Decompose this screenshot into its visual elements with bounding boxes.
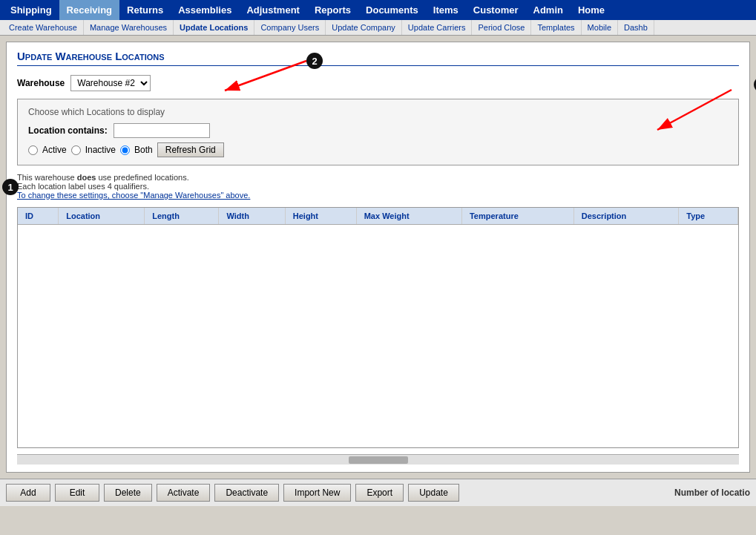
info-text: This warehouse does use predefined locat…	[17, 173, 739, 200]
location-contains-input[interactable]	[114, 123, 210, 138]
nav-adjustment[interactable]: Adjustment	[239, 0, 307, 20]
annotation-2: 2	[306, 53, 323, 69]
col-location: Location	[59, 208, 145, 225]
warehouse-select[interactable]: Warehouse #2	[70, 75, 151, 91]
radio-active[interactable]	[28, 145, 38, 155]
top-nav: Shipping Receiving Returns Assemblies Ad…	[0, 0, 756, 20]
warehouse-row: Warehouse Warehouse #2 2	[17, 75, 739, 91]
subnav-update-carriers[interactable]: Update Carriers	[402, 20, 473, 35]
subnav-create-warehouse[interactable]: Create Warehouse	[3, 20, 84, 35]
radio-inactive[interactable]	[71, 145, 81, 155]
edit-button[interactable]: Edit	[55, 484, 99, 502]
manage-warehouses-link[interactable]: To change these settings, choose "Manage…	[17, 191, 250, 200]
nav-customer[interactable]: Customer	[466, 0, 526, 20]
col-temperature: Temperature	[461, 208, 573, 225]
subnav-update-locations[interactable]: Update Locations	[174, 20, 254, 35]
nav-receiving[interactable]: Receiving	[59, 0, 119, 20]
col-maxweight: Max Weight	[356, 208, 461, 225]
subnav-update-company[interactable]: Update Company	[326, 20, 402, 35]
grid-header-row: ID Location Length Width Height Max Weig…	[18, 208, 738, 225]
num-locations-label: Number of locatio	[674, 488, 750, 498]
radio-inactive-label: Inactive	[85, 145, 116, 155]
radio-active-label: Active	[42, 145, 67, 155]
grid-container: ID Location Length Width Height Max Weig…	[17, 207, 739, 448]
subnav-manage-warehouses[interactable]: Manage Warehouses	[84, 20, 174, 35]
filter-box: Choose which Locations to display Locati…	[17, 99, 739, 165]
annotation-1: 1	[2, 179, 19, 195]
page-title: Update Warehouse Locations	[17, 50, 739, 66]
nav-items[interactable]: Items	[426, 0, 466, 20]
main-content: Update Warehouse Locations Warehouse War…	[6, 42, 750, 473]
col-type: Type	[679, 208, 738, 225]
nav-shipping[interactable]: Shipping	[3, 0, 59, 20]
col-height: Height	[285, 208, 356, 225]
add-button[interactable]: Add	[6, 484, 50, 502]
filter-row: Location contains:	[28, 123, 728, 138]
export-button[interactable]: Export	[355, 484, 404, 502]
location-contains-label: Location contains:	[28, 125, 108, 136]
subnav-period-close[interactable]: Period Close	[472, 20, 531, 35]
subnav-dashb[interactable]: Dashb	[618, 20, 654, 35]
nav-returns[interactable]: Returns	[119, 0, 171, 20]
nav-documents[interactable]: Documents	[358, 0, 426, 20]
subnav-mobile[interactable]: Mobile	[582, 20, 618, 35]
update-button[interactable]: Update	[408, 484, 459, 502]
bottom-toolbar: Add Edit Delete Activate Deactivate Impo…	[0, 479, 756, 506]
grid-empty-row	[18, 225, 738, 447]
subnav-company-users[interactable]: Company Users	[254, 20, 326, 35]
radio-both[interactable]	[120, 145, 130, 155]
nav-assemblies[interactable]: Assemblies	[171, 0, 239, 20]
radio-row: Active Inactive Both Refresh Grid	[28, 142, 728, 157]
deactivate-button[interactable]: Deactivate	[214, 484, 279, 502]
horizontal-scrollbar[interactable]	[17, 454, 739, 465]
nav-reports[interactable]: Reports	[307, 0, 358, 20]
col-length: Length	[145, 208, 219, 225]
nav-home[interactable]: Home	[571, 0, 612, 20]
scrollbar-thumb[interactable]	[349, 456, 408, 464]
activate-button[interactable]: Activate	[157, 484, 211, 502]
delete-button[interactable]: Delete	[104, 484, 152, 502]
sub-nav: Create Warehouse Manage Warehouses Updat…	[0, 20, 756, 36]
info-line3: To change these settings, choose "Manage…	[17, 191, 739, 200]
radio-both-label: Both	[134, 145, 153, 155]
filter-title: Choose which Locations to display	[28, 107, 728, 117]
col-id: ID	[18, 208, 59, 225]
info-line1: This warehouse does use predefined locat…	[17, 173, 739, 182]
col-description: Description	[573, 208, 679, 225]
data-grid: ID Location Length Width Height Max Weig…	[18, 208, 738, 447]
info-line2: Each location label uses 4 qualifiers.	[17, 182, 739, 191]
nav-admin[interactable]: Admin	[526, 0, 571, 20]
col-width: Width	[219, 208, 285, 225]
warehouse-label: Warehouse	[17, 78, 65, 88]
subnav-templates[interactable]: Templates	[531, 20, 581, 35]
refresh-grid-button[interactable]: Refresh Grid	[157, 142, 224, 157]
import-new-button[interactable]: Import New	[283, 484, 351, 502]
